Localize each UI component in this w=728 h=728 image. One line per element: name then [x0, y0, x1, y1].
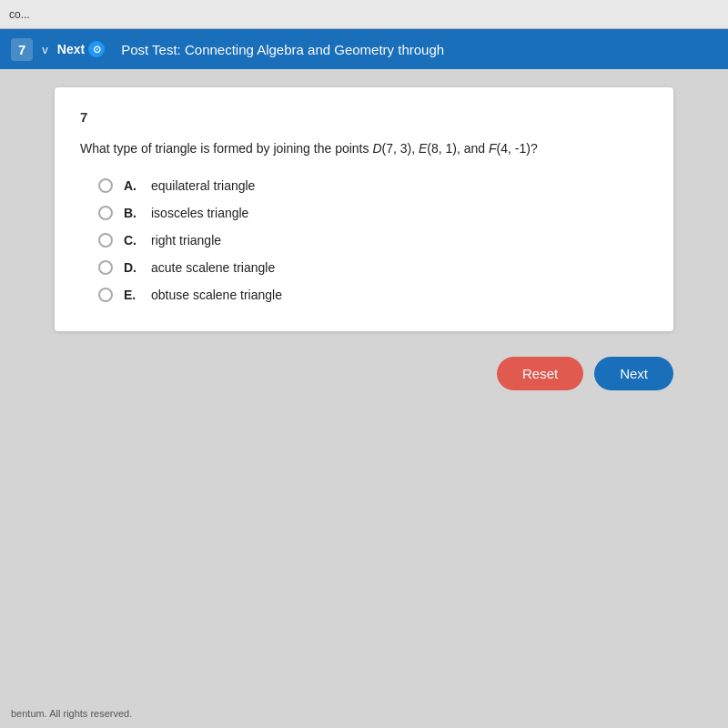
option-b-text: isosceles triangle: [151, 206, 248, 220]
footer-text: bentum. All rights reserved.: [11, 708, 132, 719]
option-e-text: obtuse scalene triangle: [151, 288, 282, 302]
radio-e[interactable]: [98, 288, 113, 302]
radio-d[interactable]: [98, 260, 113, 275]
header-next-circle-icon: ⊙: [88, 41, 105, 57]
header-next-label: Next: [57, 42, 85, 56]
question-card: 7 What type of triangle is formed by joi…: [55, 87, 673, 331]
main-content: 7 What type of triangle is formed by joi…: [0, 69, 728, 699]
radio-b[interactable]: [98, 206, 113, 220]
reset-button[interactable]: Reset: [497, 357, 583, 390]
app-header: 7 v Next ⊙ Post Test: Connecting Algebra…: [0, 29, 728, 69]
option-c-letter: C.: [124, 233, 140, 248]
footer: bentum. All rights reserved.: [0, 699, 728, 728]
browser-tab: co...: [9, 8, 30, 21]
options-list: A. equilateral triangle B. isosceles tri…: [80, 178, 648, 302]
next-button[interactable]: Next: [594, 357, 673, 390]
header-next-button[interactable]: Next ⊙: [57, 41, 105, 57]
option-a-letter: A.: [124, 178, 140, 193]
option-b[interactable]: B. isosceles triangle: [98, 206, 648, 220]
question-text: What type of triangle is formed by joini…: [80, 139, 648, 158]
header-title: Post Test: Connecting Algebra and Geomet…: [121, 42, 444, 57]
option-d-letter: D.: [124, 260, 140, 275]
header-question-number: 7: [11, 38, 33, 61]
option-e[interactable]: E. obtuse scalene triangle: [98, 288, 648, 302]
radio-a[interactable]: [98, 178, 113, 193]
browser-bar: co...: [0, 0, 728, 29]
option-c-text: right triangle: [151, 233, 221, 248]
question-number-badge: 7: [80, 109, 648, 125]
option-d[interactable]: D. acute scalene triangle: [98, 260, 648, 275]
radio-c[interactable]: [98, 233, 113, 248]
header-chevron-icon: v: [42, 43, 48, 56]
option-a-text: equilateral triangle: [151, 178, 255, 193]
buttons-row: Reset Next: [55, 357, 673, 390]
option-b-letter: B.: [124, 206, 140, 220]
option-c[interactable]: C. right triangle: [98, 233, 648, 248]
option-a[interactable]: A. equilateral triangle: [98, 178, 648, 193]
option-e-letter: E.: [124, 288, 140, 302]
option-d-text: acute scalene triangle: [151, 260, 275, 275]
